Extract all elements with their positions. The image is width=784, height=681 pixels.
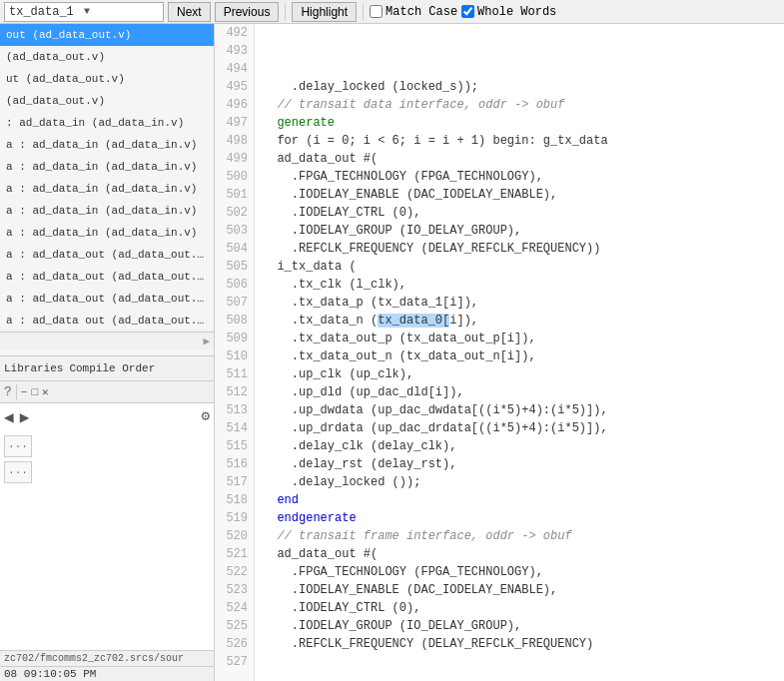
code-line-494: // transait data interface, oddr -> obuf bbox=[263, 96, 776, 114]
search-toolbar: tx_data_1 ▼ Next Previous Highlight Matc… bbox=[0, 0, 784, 24]
line-num-527: 527 bbox=[215, 653, 254, 671]
left-column: out (ad_data_out.v)(ad_data_out.v)ut (ad… bbox=[0, 24, 215, 681]
help-icon: ? bbox=[4, 384, 12, 399]
code-line-524: .IODELAY_ENABLE (DAC_IODELAY_ENABLE), bbox=[263, 581, 776, 599]
sidebar-item-7[interactable]: a : ad_data_in (ad_data_in.v) bbox=[0, 178, 214, 200]
line-num-503: 503 bbox=[215, 222, 254, 240]
line-num-517: 517 bbox=[215, 473, 254, 491]
line-num-495: 495 bbox=[215, 78, 254, 96]
sidebar-list: out (ad_data_out.v)(ad_data_out.v)ut (ad… bbox=[0, 24, 214, 355]
sidebar-item-0[interactable]: out (ad_data_out.v) bbox=[0, 24, 214, 46]
code-line-505: .tx_clk (l_clk), bbox=[263, 276, 776, 294]
code-line-514: .delay_clk (delay_clk), bbox=[263, 437, 776, 455]
left-sub-panel: ? − □ ✕ ◀ ▶ ⚙ ··· ··· zc702/fmcomms2_zc7… bbox=[0, 381, 214, 681]
code-line-502: .IODELAY_GROUP (IO_DELAY_GROUP), bbox=[263, 222, 776, 240]
sep1 bbox=[16, 384, 17, 400]
line-num-521: 521 bbox=[215, 545, 254, 563]
line-num-508: 508 bbox=[215, 312, 254, 330]
line-num-509: 509 bbox=[215, 330, 254, 347]
code-line-503: .REFCLK_FREQUENCY (DELAY_REFCLK_FREQUENC… bbox=[263, 240, 776, 258]
settings-gear-icon[interactable]: ⚙ bbox=[202, 407, 210, 427]
forward-icon[interactable]: ▶ bbox=[20, 407, 30, 427]
code-line-507: .tx_data_n (tx_data_0[i]), bbox=[263, 312, 776, 330]
line-num-510: 510 bbox=[215, 347, 254, 365]
code-line-501: .IODELAY_CTRL (0), bbox=[263, 204, 776, 222]
line-num-505: 505 bbox=[215, 258, 254, 276]
code-line-496: generate bbox=[263, 114, 776, 132]
match-case-label: Match Case bbox=[386, 5, 457, 19]
line-num-512: 512 bbox=[215, 383, 254, 401]
search-input-dropdown[interactable]: tx_data_1 ▼ bbox=[4, 2, 164, 22]
line-num-513: 513 bbox=[215, 401, 254, 419]
back-icon[interactable]: ◀ bbox=[4, 407, 14, 427]
toolbar-separator bbox=[285, 3, 286, 21]
code-line-509: .tx_data_out_n (tx_data_out_n[i]), bbox=[263, 347, 776, 365]
next-button[interactable]: Next bbox=[168, 2, 211, 22]
line-num-519: 519 bbox=[215, 509, 254, 527]
line-num-492: 492 bbox=[215, 24, 254, 42]
code-editor: 4924934944954964974984995005015025035045… bbox=[215, 24, 784, 681]
sidebar-item-libraries[interactable]: Libraries bbox=[4, 362, 63, 374]
code-line-512: .up_dwdata (up_dac_dwdata[((i*5)+4):(i*5… bbox=[263, 401, 776, 419]
sidebar-item-12[interactable]: a : ad_data_out (ad_data_out.v) bbox=[0, 288, 214, 310]
code-line-517: end bbox=[263, 491, 776, 509]
sidebar-item-9[interactable]: a : ad_data_in (ad_data_in.v) bbox=[0, 222, 214, 244]
sidebar-item-2[interactable]: ut (ad_data_out.v) bbox=[0, 68, 214, 90]
line-num-516: 516 bbox=[215, 455, 254, 473]
sidebar-item-13[interactable]: a : ad_data out (ad_data_out.v) bbox=[0, 310, 214, 332]
sidebar-item-compile-order[interactable]: Compile Order bbox=[69, 362, 155, 374]
code-line-508: .tx_data_out_p (tx_data_out_p[i]), bbox=[263, 330, 776, 347]
sidebar-scroll-right[interactable]: ▶ bbox=[0, 332, 214, 349]
code-line-510: .up_clk (up_clk), bbox=[263, 365, 776, 383]
code-line-516: .delay_locked ()); bbox=[263, 473, 776, 491]
minimize-icon[interactable]: − bbox=[21, 386, 28, 398]
sidebar-item-11[interactable]: a : ad_data_out (ad_data_out.v) bbox=[0, 266, 214, 288]
file-path-label: zc702/fmcomms2_zc702.srcs/sour bbox=[0, 650, 214, 666]
match-case-checkbox[interactable] bbox=[370, 5, 383, 18]
line-num-514: 514 bbox=[215, 419, 254, 437]
sidebar-item-8[interactable]: a : ad_data_in (ad_data_in.v) bbox=[0, 200, 214, 222]
highlight-button[interactable]: Highlight bbox=[292, 2, 357, 22]
code-line-526: .IODELAY_GROUP (IO_DELAY_GROUP), bbox=[263, 617, 776, 635]
line-num-501: 501 bbox=[215, 186, 254, 204]
sidebar-item-6[interactable]: a : ad_data_in (ad_data_in.v) bbox=[0, 156, 214, 178]
match-case-check[interactable]: Match Case bbox=[370, 5, 457, 19]
code-line-527: .REFCLK_FREQUENCY (DELAY_REFCLK_FREQUENC… bbox=[263, 635, 776, 653]
line-num-493: 493 bbox=[215, 42, 254, 60]
dropdown-arrow-icon: ▼ bbox=[84, 6, 159, 17]
whole-words-checkbox[interactable] bbox=[461, 5, 474, 18]
line-num-497: 497 bbox=[215, 114, 254, 132]
line-num-525: 525 bbox=[215, 617, 254, 635]
line-num-511: 511 bbox=[215, 365, 254, 383]
code-line-520: // transait frame interface, oddr -> obu… bbox=[263, 527, 776, 545]
line-num-522: 522 bbox=[215, 563, 254, 581]
sub-panel-content: ··· ··· bbox=[0, 431, 214, 650]
sidebar-item-10[interactable]: a : ad_data_out (ad_data_out.v) bbox=[0, 244, 214, 266]
line-num-526: 526 bbox=[215, 635, 254, 653]
sidebar-item-5[interactable]: a : ad_data_in (ad_data_in.v) bbox=[0, 134, 214, 156]
sidebar-item-4[interactable]: : ad_data_in (ad_data_in.v) bbox=[0, 112, 214, 134]
code-line-498: ad_data_out #( bbox=[263, 150, 776, 168]
whole-words-check[interactable]: Whole Words bbox=[461, 5, 556, 19]
code-line-525: .IODELAY_CTRL (0), bbox=[263, 599, 776, 617]
main-area: out (ad_data_out.v)(ad_data_out.v)ut (ad… bbox=[0, 24, 784, 681]
line-num-498: 498 bbox=[215, 132, 254, 150]
code-line-492: .delay_locked (locked_s)); bbox=[263, 78, 776, 96]
code-line-504: i_tx_data ( bbox=[263, 258, 776, 276]
close-icon[interactable]: ✕ bbox=[42, 385, 49, 398]
line-num-506: 506 bbox=[215, 276, 254, 294]
mini-box-1: ··· bbox=[4, 435, 32, 457]
sub-panel-toolbar: ? − □ ✕ bbox=[0, 381, 214, 403]
line-num-499: 499 bbox=[215, 150, 254, 168]
toolbar-separator-2 bbox=[363, 3, 364, 21]
sidebar-item-3[interactable]: (ad_data_out.v) bbox=[0, 90, 214, 112]
maximize-icon[interactable]: □ bbox=[31, 386, 38, 398]
line-num-500: 500 bbox=[215, 168, 254, 186]
code-view[interactable]: 4924934944954964974984995005015025035045… bbox=[215, 24, 784, 681]
code-line-513: .up_drdata (up_dac_drdata[((i*5)+4):(i*5… bbox=[263, 419, 776, 437]
whole-words-label: Whole Words bbox=[477, 5, 556, 19]
sidebar-item-1[interactable]: (ad_data_out.v) bbox=[0, 46, 214, 68]
previous-button[interactable]: Previous bbox=[215, 2, 280, 22]
code-line-515: .delay_rst (delay_rst), bbox=[263, 455, 776, 473]
code-line-499: .FPGA_TECHNOLOGY (FPGA_TECHNOLOGY), bbox=[263, 168, 776, 186]
